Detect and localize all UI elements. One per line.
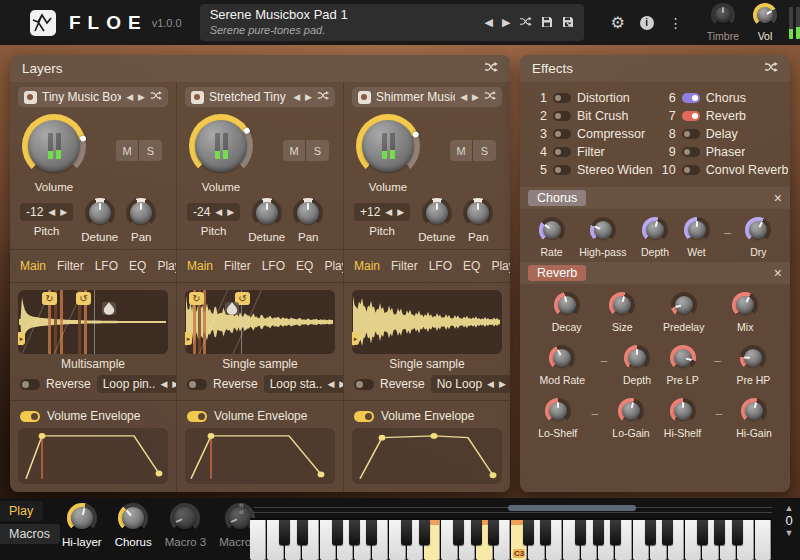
pitch-increment-icon[interactable]: ▶ bbox=[397, 207, 404, 217]
preset-selector[interactable]: Serene Musicbox Pad 1 Serene pure-tones … bbox=[200, 4, 585, 41]
chorus-close-icon[interactable]: × bbox=[774, 191, 782, 205]
loop-mode-select[interactable]: Loop pin..◀▶ bbox=[97, 375, 177, 393]
black-key[interactable] bbox=[401, 520, 412, 545]
reverb-mix-knob[interactable] bbox=[732, 292, 758, 318]
reverb-predelay-knob[interactable] bbox=[671, 292, 697, 318]
layer-next-icon[interactable]: ▶ bbox=[472, 92, 479, 102]
reverse-toggle[interactable] bbox=[354, 379, 374, 390]
tab-play[interactable]: Play bbox=[324, 259, 344, 273]
effect-slot-convol-reverb[interactable]: 10Convol Reverb bbox=[661, 163, 789, 177]
reverb-depth-knob[interactable] bbox=[624, 345, 650, 371]
effect-slot-chorus[interactable]: 6Chorus bbox=[661, 91, 789, 105]
sample-start-handle[interactable]: ▸ bbox=[18, 332, 25, 345]
pitch-decrement-icon[interactable]: ◀ bbox=[215, 207, 222, 217]
macro-knob-2[interactable] bbox=[118, 503, 148, 533]
chorus-high-pass-knob[interactable] bbox=[590, 217, 616, 243]
tab-main[interactable]: Main bbox=[354, 259, 380, 273]
black-key[interactable] bbox=[662, 520, 673, 545]
black-key[interactable] bbox=[523, 520, 534, 545]
pitch-stepper[interactable]: +12◀▶ bbox=[354, 203, 410, 221]
pitch-increment-icon[interactable]: ▶ bbox=[60, 207, 67, 217]
tab-lfo[interactable]: LFO bbox=[262, 259, 285, 273]
preset-save-as-icon[interactable] bbox=[562, 16, 574, 30]
reverb-close-icon[interactable]: × bbox=[774, 266, 782, 280]
chorus-wet-knob[interactable] bbox=[684, 217, 710, 243]
black-key[interactable] bbox=[697, 520, 708, 545]
layer-prev-icon[interactable]: ◀ bbox=[460, 92, 467, 102]
effect-enable-toggle[interactable] bbox=[682, 165, 700, 175]
loop-prev-icon[interactable]: ◀ bbox=[487, 379, 494, 389]
chorus-depth-knob[interactable] bbox=[642, 217, 668, 243]
bottom-tab-macros[interactable]: Macros bbox=[0, 524, 60, 544]
black-key[interactable] bbox=[610, 520, 621, 545]
randomize-effects-icon[interactable] bbox=[764, 61, 778, 76]
tab-lfo[interactable]: LFO bbox=[95, 259, 118, 273]
effect-slot-compressor[interactable]: 3Compressor bbox=[532, 127, 653, 141]
loop-prev-icon[interactable]: ◀ bbox=[327, 379, 334, 389]
bottom-tab-play[interactable]: Play bbox=[0, 501, 43, 521]
tab-play[interactable]: Play bbox=[157, 259, 177, 273]
loop-end-handle-icon[interactable]: ↺ bbox=[76, 292, 91, 305]
effect-enable-toggle[interactable] bbox=[553, 129, 571, 139]
tab-eq[interactable]: EQ bbox=[129, 259, 146, 273]
effect-enable-toggle[interactable] bbox=[553, 165, 571, 175]
black-key[interactable] bbox=[453, 520, 464, 545]
mute-button[interactable]: M bbox=[283, 140, 306, 161]
tab-eq[interactable]: EQ bbox=[463, 259, 480, 273]
tab-filter[interactable]: Filter bbox=[391, 259, 418, 273]
layer-random-icon[interactable] bbox=[317, 90, 329, 104]
solo-button[interactable]: S bbox=[306, 140, 329, 161]
chorus-rate-knob[interactable] bbox=[539, 217, 565, 243]
envelope-display[interactable] bbox=[185, 428, 335, 484]
solo-button[interactable]: S bbox=[473, 140, 496, 161]
envelope-display[interactable] bbox=[18, 428, 168, 484]
pitch-increment-icon[interactable]: ▶ bbox=[227, 207, 234, 217]
tab-play[interactable]: Play bbox=[491, 259, 510, 273]
reverb-mod-rate-knob[interactable] bbox=[549, 345, 575, 371]
black-key[interactable] bbox=[297, 520, 308, 545]
reverb-size-knob[interactable] bbox=[609, 292, 635, 318]
black-key[interactable] bbox=[575, 520, 586, 545]
effect-enable-toggle[interactable] bbox=[553, 147, 571, 157]
layer-prev-icon[interactable]: ◀ bbox=[293, 92, 300, 102]
effect-slot-filter[interactable]: 4Filter bbox=[532, 145, 653, 159]
loop-start-handle-icon[interactable]: ↻ bbox=[189, 292, 204, 305]
pan-knob[interactable] bbox=[463, 198, 493, 228]
loop-next-icon[interactable]: ▶ bbox=[499, 379, 506, 389]
mute-button[interactable]: M bbox=[116, 140, 139, 161]
black-key[interactable] bbox=[349, 520, 360, 545]
effect-enable-toggle[interactable] bbox=[682, 111, 700, 121]
pan-knob[interactable] bbox=[126, 198, 156, 228]
keyboard-scroll-strip[interactable]: « « bbox=[250, 504, 772, 516]
info-icon[interactable]: i bbox=[640, 16, 654, 30]
envelope-toggle[interactable] bbox=[20, 411, 40, 422]
pitch-stepper[interactable]: -12◀▶ bbox=[20, 203, 73, 221]
mute-button[interactable]: M bbox=[450, 140, 473, 161]
tab-filter[interactable]: Filter bbox=[224, 259, 251, 273]
effect-enable-toggle[interactable] bbox=[682, 147, 700, 157]
tab-filter[interactable]: Filter bbox=[57, 259, 84, 273]
overflow-menu-icon[interactable]: ⋮ bbox=[669, 15, 683, 31]
white-key[interactable] bbox=[250, 520, 266, 560]
preset-save-icon[interactable] bbox=[541, 16, 553, 30]
layer-random-icon[interactable] bbox=[484, 90, 496, 104]
loop-start-handle-icon[interactable]: ↻ bbox=[42, 292, 57, 305]
pan-knob[interactable] bbox=[293, 198, 323, 228]
pitch-decrement-icon[interactable]: ◀ bbox=[48, 207, 55, 217]
reverb-lo-gain-knob[interactable] bbox=[618, 398, 644, 424]
tab-main[interactable]: Main bbox=[20, 259, 46, 273]
envelope-toggle[interactable] bbox=[187, 411, 207, 422]
octave-up-button[interactable]: ▲ bbox=[785, 504, 794, 513]
effect-enable-toggle[interactable] bbox=[682, 129, 700, 139]
layer-volume-knob[interactable] bbox=[189, 114, 253, 178]
waveform-display[interactable]: ▸ bbox=[352, 290, 502, 354]
detune-knob[interactable] bbox=[85, 198, 115, 228]
solo-button[interactable]: S bbox=[139, 140, 162, 161]
crossfade-handle-icon[interactable] bbox=[102, 302, 116, 315]
loop-mode-select[interactable]: Loop sta..◀▶ bbox=[264, 375, 344, 393]
keyboard-scroll-thumb[interactable] bbox=[508, 505, 636, 511]
effect-slot-delay[interactable]: 8Delay bbox=[661, 127, 789, 141]
tab-lfo[interactable]: LFO bbox=[429, 259, 452, 273]
piano-keyboard[interactable]: C3 bbox=[250, 518, 772, 560]
randomize-layers-icon[interactable] bbox=[484, 61, 498, 76]
